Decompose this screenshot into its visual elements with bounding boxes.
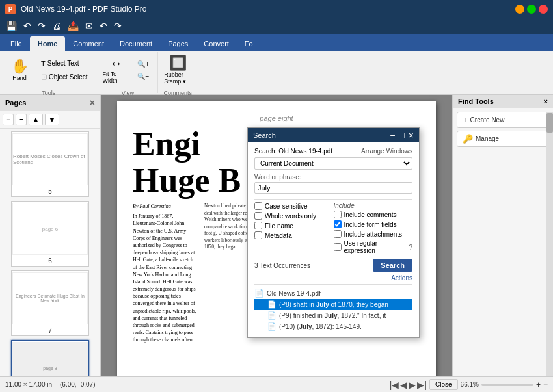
search-from-text: Search: Old News 19-4.pdf [254,148,332,155]
metadata-checkbox[interactable] [254,231,262,239]
modal-title-controls: − □ × [390,131,414,140]
thumb-scroll-down[interactable]: ▼ [45,114,59,125]
main-layout: Pages × − + ▲ ▼ Robert Moses Closes Crow… [0,95,553,376]
modal-minimize[interactable]: − [390,131,395,140]
save-button[interactable]: 💾 [4,21,19,31]
thumbnail-image-7: Engineers Detonate Huge Blast In New Yor… [12,272,88,324]
thumbnail-page6[interactable]: page 6 6 [11,201,89,267]
actions-row[interactable]: Actions [254,274,412,281]
find-tools-scrollbar[interactable] [546,112,553,376]
fit-to-width-icon: ↔ [109,57,122,70]
export-button[interactable]: 📤 [66,21,81,31]
comments-items: 🔲 Rubber Stamp ▾ [163,53,192,87]
fit-to-width-button[interactable]: ↔ Fit To Width [101,53,130,87]
status-left: 11.00 × 17.00 in (6.00, -0.07) [5,381,96,388]
case-sensitive-checkbox[interactable] [254,202,262,210]
search-button[interactable]: Search [373,259,412,272]
find-tools-header: Find Tools × [453,95,553,108]
modal-maximize[interactable]: □ [399,131,404,140]
use-regex-row: Use regular expression ? [334,240,413,254]
close-button[interactable]: Close [429,379,458,390]
tab-home[interactable]: Home [30,36,66,51]
whole-words-checkbox[interactable] [254,212,262,220]
thumbnails-list: Robert Moses Closes Crown of Scotland 5 … [0,129,100,376]
search-scope-select[interactable]: Current Document [254,157,412,170]
hand-tool-button[interactable]: ✋ Hand [5,53,34,87]
next-page-button[interactable]: ▶ [409,380,416,390]
thumb-zoom-in[interactable]: + [16,114,27,125]
result-item-1[interactable]: 📄 (P9) finished in July, 1872." In fact,… [254,310,412,321]
search-phrase-input[interactable] [254,182,412,194]
occurrences-count: 3 Text Occurrences [254,262,310,269]
include-attachments-label: Include attachments [344,231,403,238]
result-doc-icon-2: 📄 [267,322,276,331]
ribbon-group-tools: ✋ Hand T Select Text ⊡ Object Select Too… [1,52,96,93]
object-select-label: Object Select [49,73,87,81]
zoom-out-status[interactable]: − [543,380,548,389]
create-new-button[interactable]: + Create New [457,112,549,128]
result-item-2[interactable]: 📄 (P10) (July, 1872): 145-149. [254,321,412,332]
tab-document[interactable]: Document [112,36,160,51]
tab-fo[interactable]: Fo [237,36,261,51]
print-button[interactable]: 🖨 [50,21,63,31]
result-file-item[interactable]: 📄 Old News 19-4.pdf [254,287,412,299]
thumbnail-image-6: page 6 [12,203,88,255]
undo-button[interactable]: ↶ [21,21,33,31]
result-doc-icon-0: 📄 [267,300,276,309]
last-page-button[interactable]: ▶| [417,380,427,390]
email-button[interactable]: ✉ [83,21,95,31]
thumbnail-label-6: 6 [47,256,53,266]
tab-comment[interactable]: Comment [65,36,112,51]
undo2-button[interactable]: ↶ [98,21,109,31]
zoom-in-status[interactable]: + [536,380,541,389]
file-name-checkbox[interactable] [254,222,262,229]
zoom-in-button[interactable]: 🔍+ [133,59,154,70]
thumb-zoom-out[interactable]: − [3,114,14,125]
result-doc-icon-1: 📄 [267,311,276,320]
select-text-button[interactable]: T Select Text [36,58,92,70]
search-modal: Search − □ × Search: Old News 19-4.pdf A… [247,127,420,338]
modal-close[interactable]: × [409,131,414,140]
result-item-0[interactable]: 📄 (P8) shaft in July of 1870, they began [254,299,412,310]
thumbnail-page7[interactable]: Engineers Detonate Huge Blast In New Yor… [11,270,89,336]
ribbon-tabs: File Home Comment Document Pages Convert… [0,34,553,51]
minimize-button[interactable] [515,5,524,14]
rubber-stamp-button[interactable]: 🔲 Rubber Stamp ▾ [163,53,192,87]
use-regex-checkbox[interactable] [334,243,342,251]
tab-pages[interactable]: Pages [160,36,196,51]
thumbnail-page8[interactable]: page 8 8 [11,340,89,376]
first-page-button[interactable]: |◀ [390,380,399,390]
maximize-button[interactable] [527,5,536,14]
view-items: ↔ Fit To Width 🔍+ 🔍− [101,53,154,87]
ribbon-group-comments: 🔲 Rubber Stamp ▾ Comments [159,52,196,93]
app-icon: P [5,4,16,14]
title-bar: P Old News 19-4.pdf - PDF Studio Pro [0,0,553,18]
close-window-button[interactable] [539,5,548,14]
include-attachments-row: Include attachments [334,230,413,238]
zoom-slider[interactable] [481,384,533,386]
include-comments-label: Include comments [344,211,397,218]
manage-button[interactable]: 🔑 Manage [457,131,549,147]
zoom-out-button[interactable]: 🔍− [133,71,154,82]
thumbnail-image-5: Robert Moses Closes Crown of Scotland [12,133,88,185]
tab-convert[interactable]: Convert [196,36,237,51]
regex-help-icon[interactable]: ? [409,244,412,251]
redo-button[interactable]: ↷ [36,21,47,31]
find-tools-scroll-thumb [546,113,553,133]
object-select-button[interactable]: ⊡ Object Select [36,71,92,83]
result-highlight-1: July [324,312,337,319]
thumbnail-page5[interactable]: Robert Moses Closes Crown of Scotland 5 [11,131,89,197]
include-comments-checkbox[interactable] [334,211,342,218]
thumb-scroll-up[interactable]: ▲ [29,114,43,125]
tab-file[interactable]: File [3,36,30,51]
arrange-windows-button[interactable]: Arrange Windows [361,148,412,155]
zoom-controls: 66.1% + − [461,380,548,389]
tools-items: ✋ Hand T Select Text ⊡ Object Select [5,53,92,87]
redo2-button[interactable]: ↷ [112,21,124,31]
include-comments-row: Include comments [334,211,413,218]
include-form-fields-checkbox[interactable] [334,220,342,228]
prev-page-button[interactable]: ◀ [400,380,407,390]
include-attachments-checkbox[interactable] [334,230,342,238]
find-tools-close[interactable]: × [544,98,548,105]
pages-panel-close[interactable]: × [90,98,95,108]
